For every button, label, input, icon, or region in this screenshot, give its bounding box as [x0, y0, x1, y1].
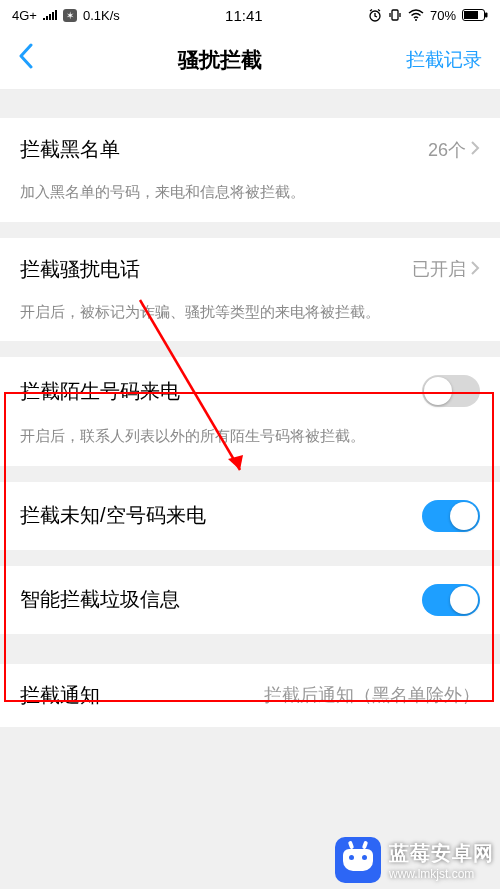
chevron-right-icon: [470, 138, 480, 161]
watermark-title: 蓝莓安卓网: [389, 840, 494, 867]
row-spam-calls-value: 已开启: [412, 257, 480, 281]
svg-rect-4: [464, 11, 478, 19]
watermark-url: www.lmkjst.com: [389, 867, 494, 881]
row-smart-sms: 智能拦截垃圾信息: [0, 566, 500, 634]
toggle-smart-sms[interactable]: [422, 584, 480, 616]
row-unknown: 拦截未知/空号码来电: [0, 482, 500, 550]
svg-rect-1: [392, 10, 398, 20]
row-unknown-title: 拦截未知/空号码来电: [20, 502, 206, 529]
toggle-unknown[interactable]: [422, 500, 480, 532]
back-button[interactable]: [18, 43, 34, 76]
vibrate-icon: [388, 8, 402, 22]
row-spam-calls-title: 拦截骚扰电话: [20, 256, 140, 283]
nav-bar: 骚扰拦截 拦截记录: [0, 30, 500, 90]
network-speed: 0.1K/s: [83, 8, 120, 23]
wechat-icon: ✶: [63, 9, 77, 22]
status-bar-left: 4G+ ✶ 0.1K/s: [12, 8, 120, 23]
row-notify[interactable]: 拦截通知 拦截后通知（黑名单除外）: [0, 664, 500, 727]
row-spam-calls[interactable]: 拦截骚扰电话 已开启: [0, 238, 500, 301]
row-blacklist-title: 拦截黑名单: [20, 136, 120, 163]
toggle-stranger[interactable]: [422, 375, 480, 407]
status-bar-time: 11:41: [225, 7, 263, 24]
row-blacklist[interactable]: 拦截黑名单 26个: [0, 118, 500, 181]
status-bar-right: 70%: [368, 8, 488, 23]
row-blacklist-desc: 加入黑名单的号码，来电和信息将被拦截。: [0, 181, 500, 222]
row-stranger-desc: 开启后，联系人列表以外的所有陌生号码将被拦截。: [0, 425, 500, 466]
svg-rect-5: [485, 13, 488, 18]
network-type: 4G+: [12, 8, 37, 23]
row-notify-title: 拦截通知: [20, 682, 100, 709]
row-stranger: 拦截陌生号码来电: [0, 357, 500, 425]
row-stranger-title: 拦截陌生号码来电: [20, 378, 180, 405]
row-spam-calls-desc: 开启后，被标记为诈骗、骚扰等类型的来电将被拦截。: [0, 301, 500, 342]
row-blacklist-count: 26个: [428, 138, 466, 162]
signal-icon: [43, 8, 57, 23]
row-blacklist-value: 26个: [428, 138, 480, 162]
records-button[interactable]: 拦截记录: [406, 47, 482, 73]
chevron-right-icon: [470, 258, 480, 281]
battery-percent: 70%: [430, 8, 456, 23]
svg-point-2: [415, 19, 417, 21]
row-smart-sms-title: 智能拦截垃圾信息: [20, 586, 180, 613]
row-spam-calls-status: 已开启: [412, 257, 466, 281]
status-bar: 4G+ ✶ 0.1K/s 11:41 70%: [0, 0, 500, 30]
row-notify-value: 拦截后通知（黑名单除外）: [264, 683, 480, 707]
row-notify-status: 拦截后通知（黑名单除外）: [264, 683, 480, 707]
watermark: 蓝莓安卓网 www.lmkjst.com: [335, 837, 494, 883]
alarm-icon: [368, 8, 382, 22]
wifi-icon: [408, 9, 424, 21]
battery-icon: [462, 9, 488, 21]
watermark-logo-icon: [335, 837, 381, 883]
page-title: 骚扰拦截: [178, 46, 262, 74]
